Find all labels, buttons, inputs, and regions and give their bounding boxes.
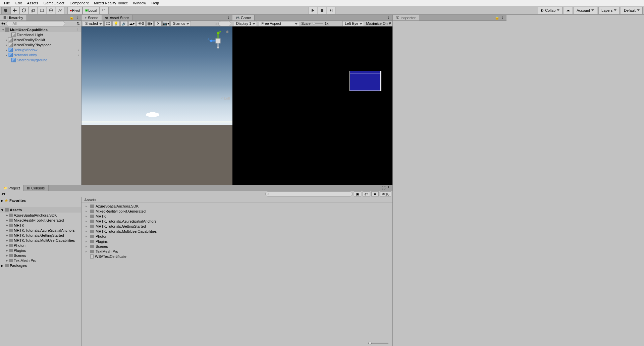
project-search-input[interactable] [265, 191, 353, 196]
project-tree-item[interactable]: ▸ AzureSpatialAnchors.SDK [0, 213, 81, 218]
project-tree-item[interactable]: ▸ Photon [0, 243, 81, 248]
lighting-toggle[interactable]: 💡 [112, 21, 120, 26]
project-tree-item[interactable]: ▸ MRTK.Tutorials.MultiUserCapabilities [0, 238, 81, 243]
tab-scene[interactable]: #Scene [82, 15, 102, 20]
tab-hierarchy[interactable]: ☰Hierarchy [0, 15, 27, 20]
tab-game[interactable]: 🎮Game [232, 15, 255, 20]
orientation-gizmo[interactable]: y z [206, 29, 230, 53]
asset-folder[interactable]: ▸Scenes [82, 244, 392, 249]
local-toggle[interactable]: ◉Local [83, 7, 99, 14]
tab-asset-store[interactable]: 🛍Asset Store [102, 15, 132, 20]
menu-file[interactable]: File [1, 1, 13, 5]
step-button[interactable] [327, 7, 335, 14]
layout-dropdown[interactable]: Default [621, 7, 643, 14]
panel-lock-icon[interactable]: 🔒 [69, 15, 74, 20]
account-dropdown[interactable]: Account [574, 7, 597, 14]
play-button[interactable] [309, 7, 317, 14]
asset-folder[interactable]: ▸MixedRealityToolkit.Generated [82, 209, 392, 214]
menu-edit[interactable]: Edit [13, 1, 24, 5]
project-tree-item[interactable]: ▸ Plugins [0, 248, 81, 253]
gizmos-dropdown[interactable]: Gizmos [170, 21, 191, 26]
asset-folder[interactable]: ▸MRTK.Tutorials.MultiUserCapabilities [82, 229, 392, 234]
create-dropdown[interactable]: +▾ [1, 192, 5, 196]
asset-folder[interactable]: ▸MRTK.Tutorials.GettingStarted [82, 224, 392, 229]
asset-folder[interactable]: ▸AzureSpatialAnchors.SDK [82, 204, 392, 209]
hierarchy-item[interactable]: ▸MixedRealityToolkit [0, 37, 81, 42]
pause-button[interactable] [318, 7, 326, 14]
panel-menu-icon[interactable]: ⋮ [501, 15, 504, 20]
scale-tool[interactable] [29, 7, 37, 14]
hierarchy-item[interactable]: SharedPlayground [0, 57, 81, 62]
hidden-toggle[interactable]: 👁0 [137, 21, 146, 26]
hierarchy-item[interactable]: ▸DebugWindow› [0, 47, 81, 52]
audio-toggle[interactable]: 🔊 [120, 21, 128, 26]
asset-folder[interactable]: ▸Photon [82, 234, 392, 239]
menu-gameobject[interactable]: GameObject [41, 1, 67, 5]
gizmo-lock-icon[interactable] [226, 30, 229, 33]
asset-folder[interactable]: ▸TextMesh Pro [82, 249, 392, 254]
menu-assets[interactable]: Assets [24, 1, 41, 5]
pivot-toggle[interactable]: ●Pivot [67, 7, 83, 14]
project-tree-item[interactable]: ▸ MRTK.Tutorials.AzureSpatialAnchors [0, 228, 81, 233]
display-dropdown[interactable]: Display 1 [234, 21, 257, 26]
panel-menu-icon[interactable]: ⋮ [387, 186, 390, 190]
filter-by-type[interactable]: ▣ [354, 191, 361, 196]
move-tool[interactable] [10, 7, 19, 14]
eye-dropdown[interactable]: Left Eye [342, 21, 364, 26]
menu-window[interactable]: Window [130, 1, 149, 5]
project-tree-item[interactable]: ▸ MRTK [0, 223, 81, 228]
project-tree-item[interactable]: ▸ Scenes [0, 253, 81, 258]
hierarchy-search-input[interactable] [6, 21, 65, 26]
game-viewport[interactable] [232, 26, 392, 185]
packages-root[interactable]: ▸ Packages [0, 263, 81, 268]
assets-root[interactable]: ▾ Assets [0, 207, 81, 213]
scene-search-input[interactable] [218, 21, 231, 26]
panel-menu-icon[interactable]: ⋮ [227, 15, 230, 20]
project-tree-item[interactable]: ▸ MRTK.Tutorials.GettingStarted [0, 233, 81, 238]
hierarchy-scene-root[interactable]: ▾MultiUserCapabilities ⋮ [0, 27, 81, 32]
favorites-root[interactable]: ▸★Favorites [0, 198, 81, 203]
panel-lock-icon[interactable]: 🔒 [495, 15, 499, 20]
tab-project[interactable]: 📁Project [0, 185, 23, 191]
menu-mrtk[interactable]: Mixed Reality Toolkit [91, 1, 130, 5]
tools-toggle[interactable]: ✕ [154, 21, 162, 26]
maximize-toggle[interactable]: Maximize On P [366, 21, 391, 25]
create-dropdown[interactable]: +▾ [1, 21, 5, 26]
aspect-dropdown[interactable]: Free Aspect [259, 21, 299, 26]
zoom-slider[interactable] [368, 343, 388, 344]
tab-inspector[interactable]: ⓘInspector [393, 15, 419, 20]
snap-toggle[interactable] [99, 7, 109, 14]
save-search[interactable]: ★ [371, 191, 379, 196]
asset-folder[interactable]: ▸Plugins [82, 239, 392, 244]
rotate-tool[interactable] [19, 7, 28, 14]
2d-toggle[interactable]: 2D [104, 21, 112, 26]
project-tree-item[interactable]: ▸ MixedRealityToolkit.Generated [0, 218, 81, 223]
asset-folder[interactable]: ▸MRTK.Tutorials.AzureSpatialAnchors [82, 219, 392, 224]
shading-dropdown[interactable]: Shaded [83, 21, 104, 26]
hidden-packages[interactable]: 👁16 [380, 191, 391, 196]
cloud-button[interactable]: ☁ [564, 7, 572, 14]
fx-toggle[interactable]: ☁▾ [128, 21, 136, 26]
transform-tool[interactable] [47, 7, 55, 14]
menu-component[interactable]: Component [67, 1, 91, 5]
hierarchy-item[interactable]: ▸NetworkLobby› [0, 52, 81, 57]
hierarchy-item[interactable]: Directional Light [0, 32, 81, 37]
hand-tool[interactable] [1, 7, 10, 14]
project-breadcrumb[interactable]: Assets [82, 197, 392, 203]
camera-toggle[interactable]: 📷▾ [162, 21, 170, 26]
asset-file[interactable]: WSATestCertificate [82, 254, 392, 259]
panel-maximize-icon[interactable]: ⛶ [382, 186, 385, 190]
hierarchy-item[interactable]: ▸MixedRealityPlayspace [0, 42, 81, 47]
grid-toggle[interactable]: ▦▾ [146, 21, 154, 26]
scene-viewport[interactable]: < Left y z [82, 26, 232, 185]
custom-tool[interactable] [56, 7, 64, 14]
menu-help[interactable]: Help [149, 1, 162, 5]
filter-by-label[interactable]: 🏷 [363, 191, 370, 196]
filter-button[interactable]: ⇅ [77, 21, 80, 26]
layers-dropdown[interactable]: Layers [598, 7, 620, 14]
rect-tool[interactable] [38, 7, 46, 14]
asset-folder[interactable]: ▸MRTK [82, 214, 392, 219]
collab-dropdown[interactable]: ◐Collab [538, 7, 562, 14]
project-tree-item[interactable]: ▸ TextMesh Pro [0, 258, 81, 263]
item-menu-icon[interactable]: ⋮ [75, 27, 79, 32]
